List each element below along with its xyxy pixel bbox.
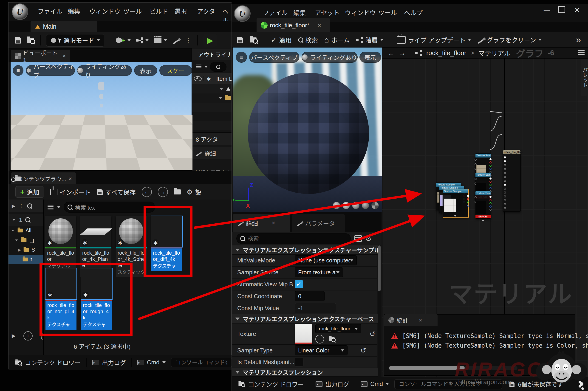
window-minimize-button[interactable]: — [544, 6, 550, 13]
menu-file[interactable]: ファイル [263, 8, 288, 17]
play-button[interactable]: ▶ [203, 34, 217, 47]
browse-to-asset-icon[interactable] [329, 337, 335, 342]
sampler-source-dropdown[interactable]: From texture asset [295, 267, 343, 277]
viewport-lit-button[interactable]: ライティングあり [77, 65, 132, 76]
shape-cylinder-icon[interactable] [333, 202, 340, 209]
menu-build[interactable]: ビルド [149, 7, 168, 16]
menu-edit[interactable]: 編集 [293, 8, 306, 17]
search-button[interactable]: 検索 [298, 35, 318, 44]
viewport-scalability-button[interactable]: スケー [159, 65, 192, 76]
meshpaint-checkbox[interactable] [295, 358, 303, 366]
section-texture-base[interactable]: マテリアルエクスプレッションテクスチャーベース [232, 314, 379, 323]
texture-thumbnail[interactable] [295, 324, 312, 344]
live-update-button[interactable]: ライブ アップデート [397, 35, 471, 44]
menu-asset[interactable]: アセット [315, 8, 340, 17]
preview-perspective-button[interactable]: パースペクティブ [249, 52, 299, 63]
shape-cube-icon[interactable] [362, 202, 369, 209]
viewport-show-button[interactable]: 表示 [134, 65, 157, 76]
add-actor-button[interactable]: + [116, 36, 131, 45]
window-maximize-button[interactable] [558, 6, 565, 13]
browse-icon[interactable] [250, 37, 257, 43]
outliner-search[interactable] [210, 62, 227, 72]
filter-icon[interactable] [48, 205, 54, 209]
tree-folder-s[interactable]: ▶ S [8, 245, 43, 255]
tab-content-browser[interactable]: コンテンツブラウ... × [11, 172, 76, 185]
settings-button[interactable]: ⚙ 設 [187, 188, 201, 196]
cmd-button[interactable]: ▸_ Cmd [132, 359, 171, 366]
details-search-box[interactable] [236, 233, 351, 244]
browse-content-icon[interactable] [27, 37, 35, 44]
details-scrollbar[interactable] [378, 245, 381, 377]
level-viewport[interactable]: ≡ パースペクティブ ライティングあり 表示 スケー Z Y X [10, 62, 193, 171]
viewport-perspective-button[interactable]: パースペクティブ [26, 65, 75, 76]
reset-icon[interactable]: ↺ [360, 346, 366, 355]
toolbar-overflow-icon[interactable]: » [576, 35, 581, 45]
output-log-button[interactable]: ▸ 出力ログ [310, 380, 355, 388]
menu-file[interactable]: ファイル [38, 7, 62, 16]
preview-lit-button[interactable]: ライティングあり [302, 52, 358, 63]
sources-row[interactable]: ▶ ⋮ [8, 199, 43, 212]
save-icon[interactable] [237, 37, 243, 43]
tree-folder-t[interactable]: t [8, 255, 43, 264]
select-mode-button[interactable]: 選択モード [46, 34, 104, 47]
details-search-input[interactable] [247, 235, 351, 242]
viewport-options-button[interactable]: ≡ [13, 65, 23, 76]
material-graph[interactable]: ← → rock_tile_floor > マテリアル グラフ -6 パレット … [382, 48, 588, 377]
content-drawer-button[interactable]: コンテンツ ドロワー [232, 380, 310, 388]
breadcrumb-asset[interactable]: rock_tile_floor [426, 49, 466, 57]
graph-back-icon[interactable]: ← [388, 49, 395, 57]
import-button[interactable]: インポート [50, 188, 91, 196]
editor-modes-icon[interactable] [173, 39, 179, 44]
tab-viewport1[interactable]: ビューポート1 × [11, 50, 70, 62]
output-log-button[interactable]: ▸ 出力ログ [87, 358, 131, 367]
menu-help[interactable]: ヘルプ [404, 8, 423, 17]
menu-edit[interactable]: 編集 [68, 7, 80, 16]
close-icon[interactable]: × [419, 317, 422, 324]
menu-tools[interactable]: ツール [378, 8, 397, 17]
hierarchy-button[interactable]: 階層 [356, 35, 383, 44]
outliner-row-level[interactable] [192, 84, 232, 94]
save-icon[interactable] [15, 37, 21, 44]
display-filter-icon[interactable] [354, 235, 362, 242]
section-material-expression[interactable]: マテリアルエクスプレッション [232, 368, 379, 377]
use-selected-icon[interactable]: ← [315, 335, 324, 343]
const-mip-input[interactable]: -1 [295, 303, 336, 313]
tab-parameters[interactable]: パラメータ [292, 214, 345, 232]
home-button[interactable]: ⌂ ホーム [324, 35, 350, 44]
material-output-node[interactable]: rock_tile_floor [503, 150, 521, 212]
menu-window[interactable]: ウィンドウ [89, 7, 120, 16]
clean-graph-button[interactable]: グラフをクリーン [477, 35, 542, 44]
filter-icon[interactable] [196, 65, 201, 69]
expand-icon[interactable]: ▶ [12, 333, 16, 339]
asset-search-box[interactable] [64, 201, 155, 213]
gear-icon[interactable]: ⚙ [365, 235, 372, 243]
cmd-button[interactable]: ▸_ Cmd [355, 381, 394, 388]
graph-forward-icon[interactable]: → [399, 49, 406, 57]
collapse-icon[interactable] [220, 88, 223, 90]
console-input[interactable] [175, 359, 228, 366]
tab-details[interactable]: 詳細 × [233, 214, 290, 232]
actor-icon-capsule[interactable] [99, 94, 103, 99]
shape-custom-icon[interactable] [371, 202, 379, 209]
add-button[interactable]: + 追加 [15, 186, 44, 198]
palette-tab[interactable]: パレット [581, 59, 588, 96]
collapse-icon[interactable] [219, 97, 222, 99]
cinematics-button[interactable] [154, 38, 167, 43]
left-console-input[interactable] [171, 358, 232, 367]
breadcrumb-page[interactable]: マテリアル [478, 48, 511, 58]
forward-icon[interactable]: → [158, 187, 168, 197]
path-folder-icon[interactable] [174, 190, 181, 195]
reset-icon[interactable]: ↺ [369, 330, 375, 338]
tree-folder-all[interactable]: All [8, 226, 43, 235]
stats-warning-1[interactable]: [SM6] (Node TextureSample) Sampler type … [391, 332, 588, 339]
auto-mip-checkbox[interactable]: ✓ [295, 280, 303, 288]
preview-show-button[interactable]: 表示 [359, 52, 381, 63]
window-close-button[interactable]: × [575, 5, 580, 15]
chevron-down-icon[interactable] [204, 66, 208, 68]
menu-select[interactable]: 選択 [174, 7, 187, 16]
texture-sample-node-rough[interactable]: Texture Sample ERROR! [475, 191, 491, 219]
section-texture-sample[interactable]: マテリアルエクスプレッションテクスチャーサンプル [232, 245, 379, 255]
outliner-header[interactable]: アウトライナ [192, 48, 232, 60]
sampler-type-dropdown[interactable]: Linear Color [295, 345, 348, 355]
save-all-button[interactable]: すべて保存 [97, 188, 136, 196]
